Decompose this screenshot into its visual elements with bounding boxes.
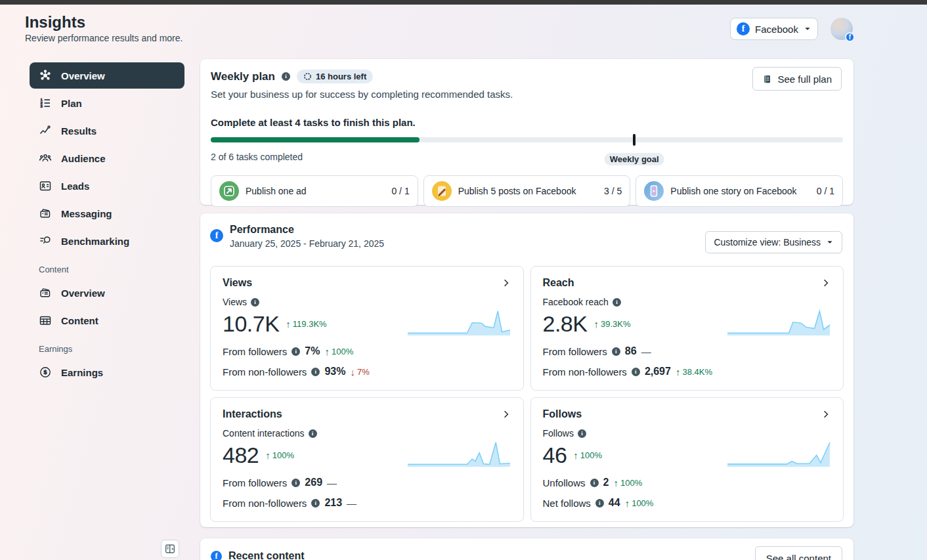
task-count: 0 / 1 [817, 186, 834, 196]
sidebar-item-messaging[interactable]: Messaging [30, 200, 184, 226]
follows-sparkline [726, 439, 831, 467]
info-icon[interactable] [311, 499, 320, 507]
chevron-down-icon [804, 25, 811, 33]
sidebar-item-content[interactable]: Content [30, 307, 184, 334]
sidebar-item-label: Messaging [61, 208, 112, 219]
notebook-icon [762, 74, 772, 84]
views-sparkline [406, 307, 511, 336]
publish-posts-icon [432, 181, 452, 201]
sub-value: 86 [625, 345, 637, 357]
metric-title: Interactions [223, 408, 282, 420]
info-icon[interactable] [311, 368, 320, 376]
info-icon[interactable] [291, 479, 300, 487]
metric-label: Follows [543, 428, 574, 439]
benchmark-search-icon [39, 234, 52, 248]
info-icon[interactable] [251, 298, 259, 307]
sidebar-item-label: Overview [61, 288, 105, 299]
info-icon[interactable] [282, 72, 290, 81]
avatar[interactable]: f [830, 18, 853, 40]
task-publish-posts[interactable]: Publish 5 posts on Facebook 3 / 5 [423, 175, 631, 207]
sidebar-item-benchmarking[interactable]: Benchmarking [30, 228, 184, 254]
info-icon[interactable] [595, 499, 604, 507]
facebook-icon: f [210, 229, 223, 242]
metric-delta: ↑39.3K% [593, 318, 630, 330]
sub-value: 213 [324, 497, 342, 509]
metric-delta: ↑100% [265, 450, 294, 461]
dollar-circle-icon: $ [39, 366, 52, 379]
sidebar-item-label: Leads [61, 181, 89, 192]
metric-card-views[interactable]: Views Views 10.7K ↑119.3K% From follower… [210, 266, 524, 391]
metric-title: Follows [543, 408, 582, 420]
sidebar-item-content-overview[interactable]: Overview [30, 280, 184, 306]
task-publish-ad[interactable]: Publish one ad 0 / 1 [211, 175, 418, 207]
info-icon[interactable] [590, 479, 599, 487]
see-full-plan-button[interactable]: See full plan [752, 67, 842, 91]
sidebar-item-results[interactable]: Results [30, 118, 184, 144]
info-icon[interactable] [632, 368, 640, 376]
facebook-badge-icon: f [845, 32, 855, 42]
interactions-sparkline [406, 439, 511, 467]
numbered-list-icon: 123 [39, 97, 52, 110]
weekly-goal-label: Weekly goal [605, 153, 664, 165]
info-icon[interactable] [613, 298, 621, 307]
sidebar-item-overview[interactable]: Overview [30, 62, 184, 89]
sidebar-item-plan[interactable]: 123 Plan [30, 90, 184, 116]
sidebar-section-earnings: Earnings [30, 335, 184, 359]
sidebar-item-label: Results [61, 125, 97, 137]
sub-label: From followers [223, 346, 287, 357]
customize-view-dropdown[interactable]: Customize view: Business [705, 231, 842, 253]
metric-card-follows[interactable]: Follows Follows 46 ↑100% Unfollows2↑100%… [530, 397, 844, 522]
progress-fill [211, 137, 420, 142]
chevron-right-icon[interactable] [821, 409, 831, 420]
sidebar-item-label: Plan [61, 98, 82, 109]
table-icon [39, 314, 52, 327]
metric-card-reach[interactable]: Reach Facebook reach 2.8K ↑39.3K% From f… [530, 266, 844, 391]
message-card-icon [39, 207, 52, 220]
sidebar: Overview 123 Plan Results Audience [30, 62, 184, 387]
chevron-right-icon[interactable] [501, 409, 511, 420]
sub-delta: ↑100% [324, 346, 353, 357]
task-label: Publish one story on Facebook [670, 186, 809, 196]
facebook-icon: f [737, 22, 750, 35]
metric-title: Views [223, 277, 252, 289]
weekly-plan-card: Weekly plan 16 hours left See full plan … [200, 59, 853, 205]
sub-delta: ↑100% [613, 477, 642, 488]
sub-label: From non-followers [543, 366, 627, 377]
sidebar-item-earnings[interactable]: $ Earnings [30, 359, 184, 385]
platform-selector[interactable]: f Facebook [730, 18, 818, 40]
sidebar-item-label: Earnings [61, 367, 103, 378]
sidebar-item-audience[interactable]: Audience [30, 145, 184, 171]
sidebar-section-content: Content [30, 255, 184, 280]
browser-top-bar [0, 0, 927, 5]
chevron-right-icon[interactable] [501, 278, 511, 288]
sub-delta: ↑100% [625, 498, 654, 509]
sub-delta: — [327, 477, 339, 488]
info-icon[interactable] [578, 429, 586, 438]
people-icon [39, 152, 52, 165]
insights-page: Insights Review performance results and … [0, 0, 927, 560]
line-chart-icon [39, 124, 52, 137]
weekly-plan-goal-text: Complete at least 4 tasks to finish this… [211, 117, 843, 128]
info-icon[interactable] [612, 347, 620, 356]
recent-content-title: Recent content [228, 550, 305, 560]
chevron-right-icon[interactable] [821, 278, 831, 288]
task-label: Publish 5 posts on Facebook [458, 186, 597, 196]
info-icon[interactable] [309, 429, 317, 438]
collapse-sidebar-button[interactable] [161, 540, 179, 558]
metric-value: 10.7K [223, 311, 279, 337]
performance-card: f Performance January 25, 2025 - Februar… [200, 213, 853, 527]
facebook-icon: f [211, 551, 222, 560]
sidebar-item-label: Benchmarking [61, 236, 129, 247]
task-label: Publish one ad [246, 186, 385, 196]
sidebar-item-leads[interactable]: Leads [30, 173, 184, 199]
metric-label: Views [223, 297, 247, 307]
see-all-content-label: See all content [766, 553, 831, 560]
sidebar-item-label: Content [61, 315, 98, 326]
metric-card-interactions[interactable]: Interactions Content interactions 482 ↑1… [210, 397, 524, 522]
metric-delta: ↑119.3K% [286, 318, 326, 330]
info-icon[interactable] [291, 347, 300, 356]
sidebar-item-label: Overview [61, 70, 105, 81]
sub-value: 44 [609, 497, 620, 509]
see-all-content-button[interactable]: See all content [755, 546, 842, 560]
task-publish-story[interactable]: Publish one story on Facebook 0 / 1 [636, 175, 843, 207]
